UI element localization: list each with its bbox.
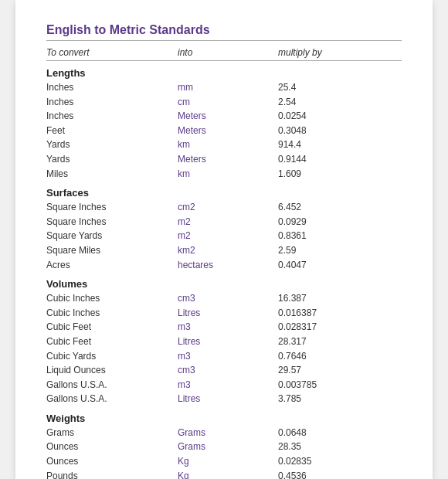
cell-into: m3 (178, 320, 278, 335)
cell-into: Litres (178, 335, 278, 349)
title-divider (46, 40, 402, 41)
cell-into: Kg (178, 469, 278, 479)
cell-convert: Square Inches (46, 200, 178, 215)
table-row: Square Inchescm26.452 (46, 200, 402, 215)
cell-into: cm3 (178, 363, 278, 378)
cell-convert: Cubic Feet (46, 320, 178, 335)
cell-into: Kg (178, 454, 278, 469)
table-row: Gallons U.S.A.m30.003785 (46, 378, 402, 392)
table-row: YardsMeters0.9144 (46, 152, 402, 167)
cell-multiply: 2.59 (278, 243, 402, 258)
cell-convert: Yards (46, 138, 178, 152)
cell-multiply: 3.785 (278, 392, 402, 406)
cell-multiply: 1.609 (278, 167, 402, 182)
cell-convert: Inches (46, 80, 178, 95)
cell-into: km2 (178, 243, 278, 258)
cell-multiply: 914.4 (278, 138, 402, 152)
section-title: Lengths (46, 67, 402, 79)
cell-multiply: 6.452 (278, 200, 402, 215)
cell-multiply: 0.0648 (278, 426, 402, 440)
cell-multiply: 28.317 (278, 335, 402, 349)
cell-into: mm (178, 80, 278, 95)
cell-convert: Cubic Inches (46, 291, 178, 306)
table-row: InchesMeters0.0254 (46, 109, 402, 124)
cell-convert: Cubic Yards (46, 349, 178, 364)
cell-multiply: 0.016387 (278, 306, 402, 321)
table-row: Yardskm914.4 (46, 138, 402, 152)
table-row: FeetMeters0.3048 (46, 124, 402, 138)
cell-multiply: 0.8361 (278, 229, 402, 243)
cell-into: km (178, 138, 278, 152)
table-row: Square Yardsm20.8361 (46, 229, 402, 243)
page-title: English to Metric Standards (46, 23, 402, 37)
cell-into: Meters (178, 109, 278, 124)
table-row: Cubic InchesLitres0.016387 (46, 306, 402, 321)
cell-multiply: 28.35 (278, 440, 402, 454)
table-row: Acreshectares0.4047 (46, 258, 402, 273)
cell-multiply: 0.4536 (278, 469, 402, 479)
header-multiply: multiply by (278, 47, 402, 58)
header-into: into (178, 47, 278, 58)
table-body: LengthsInchesmm25.4Inchescm2.54InchesMet… (46, 67, 402, 479)
cell-convert: Ounces (46, 454, 178, 469)
cell-multiply: 0.003785 (278, 378, 402, 392)
cell-into: Grams (178, 426, 278, 440)
table-row: Mileskm1.609 (46, 167, 402, 182)
cell-convert: Yards (46, 152, 178, 167)
cell-convert: Square Miles (46, 243, 178, 258)
table-row: OuncesGrams28.35 (46, 440, 402, 454)
table-row: Square Inchesm20.0929 (46, 215, 402, 229)
section-title: Surfaces (46, 187, 402, 199)
table-row: Cubic Yardsm30.7646 (46, 349, 402, 364)
cell-convert: Square Inches (46, 215, 178, 229)
page-container: English to Metric Standards To convert i… (15, 0, 433, 479)
table-row: Gallons U.S.A.Litres3.785 (46, 392, 402, 406)
table-row: OuncesKg0.02835 (46, 454, 402, 469)
table-row: Cubic FeetLitres28.317 (46, 335, 402, 349)
cell-convert: Cubic Feet (46, 335, 178, 349)
cell-multiply: 16.387 (278, 291, 402, 306)
cell-convert: Pounds (46, 469, 178, 479)
cell-into: cm (178, 95, 278, 110)
cell-multiply: 29.57 (278, 363, 402, 378)
cell-into: Litres (178, 306, 278, 321)
section-title: Weights (46, 413, 402, 424)
cell-into: Meters (178, 124, 278, 138)
cell-into: Meters (178, 152, 278, 167)
cell-convert: Liquid Ounces (46, 363, 178, 378)
table-header: To convert into multiply by (46, 47, 402, 61)
cell-convert: Gallons U.S.A. (46, 378, 178, 392)
table-row: Inchescm2.54 (46, 95, 402, 110)
table-row: Liquid Ouncescm329.57 (46, 363, 402, 378)
cell-multiply: 0.0929 (278, 215, 402, 229)
cell-multiply: 25.4 (278, 80, 402, 95)
cell-multiply: 0.0254 (278, 109, 402, 124)
cell-convert: Cubic Inches (46, 306, 178, 321)
table-row: PoundsKg0.4536 (46, 469, 402, 479)
table-row: Cubic Inchescm316.387 (46, 291, 402, 306)
cell-into: cm3 (178, 291, 278, 306)
cell-into: m2 (178, 229, 278, 243)
cell-into: cm2 (178, 200, 278, 215)
cell-multiply: 0.4047 (278, 258, 402, 273)
cell-convert: Inches (46, 95, 178, 110)
cell-multiply: 0.02835 (278, 454, 402, 469)
cell-convert: Acres (46, 258, 178, 273)
table-row: Square Mileskm22.59 (46, 243, 402, 258)
cell-into: Litres (178, 392, 278, 406)
cell-into: m3 (178, 378, 278, 392)
cell-multiply: 0.3048 (278, 124, 402, 138)
cell-convert: Square Yards (46, 229, 178, 243)
cell-into: m3 (178, 349, 278, 364)
cell-multiply: 2.54 (278, 95, 402, 110)
cell-convert: Inches (46, 109, 178, 124)
table-row: GramsGrams0.0648 (46, 426, 402, 440)
cell-convert: Feet (46, 124, 178, 138)
cell-into: hectares (178, 258, 278, 273)
header-convert: To convert (46, 47, 178, 58)
cell-convert: Gallons U.S.A. (46, 392, 178, 406)
cell-convert: Grams (46, 426, 178, 440)
cell-convert: Miles (46, 167, 178, 182)
cell-multiply: 0.7646 (278, 349, 402, 364)
cell-multiply: 0.9144 (278, 152, 402, 167)
